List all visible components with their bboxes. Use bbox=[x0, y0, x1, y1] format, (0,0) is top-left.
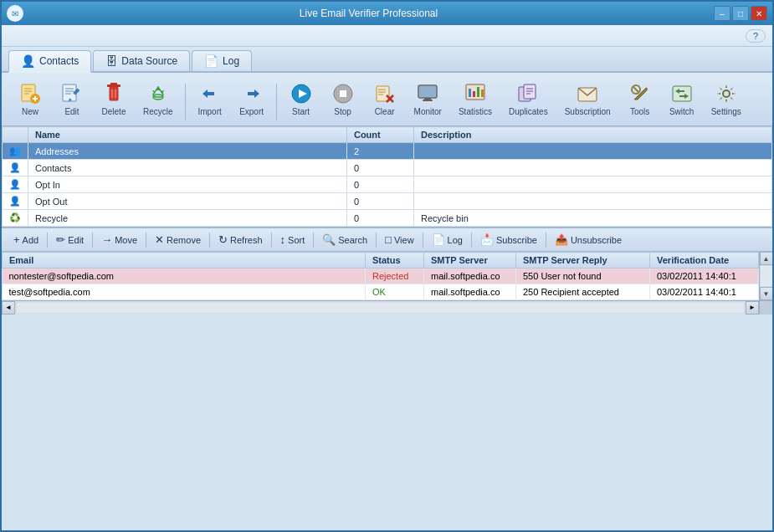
scroll-track bbox=[761, 266, 772, 286]
list-item[interactable]: 👤 Opt Out 0 bbox=[3, 193, 772, 210]
tools-button[interactable]: Tools bbox=[620, 78, 660, 120]
export-label: Export bbox=[239, 107, 264, 116]
clear-label: Clear bbox=[375, 107, 395, 116]
refresh-label: Refresh bbox=[230, 235, 263, 245]
edit-email-icon: ✏ bbox=[56, 233, 65, 246]
start-button[interactable]: Start bbox=[281, 78, 321, 120]
tab-datasource-label: Data Source bbox=[121, 55, 177, 67]
svg-rect-39 bbox=[481, 90, 484, 97]
row-description bbox=[413, 160, 771, 176]
datasource-tab-icon: 🗄 bbox=[105, 54, 117, 68]
horizontal-scrollbar[interactable]: ◄ ► bbox=[2, 301, 759, 314]
email-row[interactable]: nontester@softpedia.com Rejected mail.so… bbox=[3, 269, 759, 284]
tab-log[interactable]: 📄 Log bbox=[192, 50, 252, 71]
separator-1 bbox=[185, 84, 186, 120]
maximize-button[interactable]: □ bbox=[732, 6, 749, 21]
edit-email-button[interactable]: ✏ Edit bbox=[51, 232, 89, 248]
svg-line-47 bbox=[633, 87, 638, 92]
tab-datasource[interactable]: 🗄 Data Source bbox=[93, 50, 190, 71]
list-item[interactable]: 👤 Opt In 0 bbox=[3, 176, 772, 193]
tab-contacts[interactable]: 👤 Contacts bbox=[8, 50, 91, 73]
col-smtp-reply-header: SMTP Server Reply bbox=[516, 253, 650, 269]
row-name: Opt Out bbox=[28, 193, 347, 210]
tools-label: Tools bbox=[630, 107, 649, 116]
main-toolbar: New Edit bbox=[2, 73, 772, 126]
list-item[interactable]: ♻️ Recycle 0 Recycle bin bbox=[3, 210, 772, 227]
scroll-up-button[interactable]: ▲ bbox=[760, 252, 773, 265]
separator-2 bbox=[276, 84, 277, 120]
smtp-reply: 250 Recipient accepted bbox=[516, 284, 650, 300]
row-count: 0 bbox=[346, 210, 413, 227]
row-icon: ♻️ bbox=[3, 210, 28, 227]
move-button[interactable]: → Move bbox=[96, 232, 142, 248]
view-button[interactable]: □ View bbox=[380, 232, 419, 248]
col-status-header: Status bbox=[366, 253, 424, 269]
row-count: 2 bbox=[346, 143, 413, 160]
unsubscribe-label: Unsubscribe bbox=[571, 235, 622, 245]
duplicates-button[interactable]: Duplicates bbox=[501, 78, 556, 120]
email-address: test@softpedia.com bbox=[3, 284, 366, 300]
monitor-button[interactable]: Monitor bbox=[407, 78, 449, 120]
remove-button[interactable]: ✕ Remove bbox=[150, 232, 206, 248]
search-icon: 🔍 bbox=[322, 233, 336, 246]
export-icon bbox=[240, 82, 264, 105]
row-description bbox=[413, 143, 771, 160]
scroll-down-button[interactable]: ▼ bbox=[760, 287, 773, 300]
list-item[interactable]: 👥 Addresses 2 bbox=[3, 143, 772, 160]
stop-label: Stop bbox=[334, 107, 351, 116]
close-button[interactable]: ✕ bbox=[751, 6, 767, 21]
export-button[interactable]: Export bbox=[232, 78, 272, 120]
svg-rect-36 bbox=[469, 89, 471, 97]
row-icon: 👥 bbox=[3, 143, 28, 160]
add-label: Add bbox=[23, 235, 39, 245]
row-count: 0 bbox=[346, 176, 413, 193]
import-button[interactable]: Import bbox=[190, 78, 230, 120]
help-button[interactable]: ? bbox=[746, 29, 766, 43]
recycle-button[interactable]: Recycle bbox=[136, 78, 181, 120]
svg-rect-32 bbox=[419, 86, 436, 97]
new-button[interactable]: New bbox=[10, 78, 50, 120]
window-controls: – □ ✕ bbox=[714, 6, 767, 21]
edit-button[interactable]: Edit bbox=[52, 78, 92, 120]
sort-button[interactable]: ↕ Sort bbox=[275, 232, 310, 248]
title-bar-left: ✉ bbox=[7, 5, 23, 22]
log-button[interactable]: 📄 Log bbox=[427, 232, 468, 248]
email-address: nontester@softpedia.com bbox=[3, 269, 366, 284]
unsubscribe-icon: 📤 bbox=[555, 233, 568, 246]
minimize-button[interactable]: – bbox=[714, 6, 730, 21]
sep-1 bbox=[47, 233, 48, 248]
subscription-button[interactable]: Subscription bbox=[557, 78, 618, 120]
h-scroll-track bbox=[17, 303, 744, 313]
main-window: ✉ Live Email Verifier Professional – □ ✕… bbox=[0, 0, 774, 532]
statistics-button[interactable]: Statistics bbox=[451, 78, 500, 120]
statistics-label: Statistics bbox=[459, 107, 492, 116]
scroll-left-button[interactable]: ◄ bbox=[2, 301, 15, 315]
settings-icon bbox=[715, 82, 738, 105]
vertical-scrollbar[interactable]: ▲ ▼ bbox=[759, 252, 772, 300]
switch-button[interactable]: Switch bbox=[662, 78, 702, 120]
unsubscribe-button[interactable]: 📤 Unsubscribe bbox=[550, 232, 627, 248]
delete-button[interactable]: Delete bbox=[94, 78, 134, 120]
svg-point-49 bbox=[723, 90, 730, 97]
smtp-reply: 550 User not found bbox=[516, 269, 650, 284]
subscribe-button[interactable]: 📩 Subscribe bbox=[475, 232, 542, 248]
search-button[interactable]: 🔍 Search bbox=[317, 232, 372, 248]
clear-button[interactable]: Clear bbox=[365, 78, 405, 120]
email-row[interactable]: test@softpedia.com OK mail.softpedia.co … bbox=[3, 284, 759, 300]
settings-button[interactable]: Settings bbox=[704, 78, 749, 120]
row-name: Opt In bbox=[28, 176, 347, 193]
row-icon: 👤 bbox=[3, 160, 28, 176]
email-area: Email Status SMTP Server SMTP Server Rep… bbox=[2, 252, 772, 300]
switch-icon bbox=[670, 82, 694, 105]
subscription-icon bbox=[576, 82, 599, 105]
col-description-header: Description bbox=[413, 127, 771, 143]
email-scroll-container[interactable]: Email Status SMTP Server SMTP Server Rep… bbox=[2, 252, 759, 300]
add-button[interactable]: + Add bbox=[8, 232, 44, 248]
col-icon-header bbox=[3, 127, 28, 143]
scroll-right-button[interactable]: ► bbox=[746, 301, 759, 315]
refresh-button[interactable]: ↻ Refresh bbox=[213, 232, 268, 248]
list-item[interactable]: 👤 Contacts 0 bbox=[3, 160, 772, 176]
stop-button[interactable]: Stop bbox=[323, 78, 363, 120]
email-status: Rejected bbox=[366, 269, 424, 284]
subscription-label: Subscription bbox=[565, 107, 611, 116]
